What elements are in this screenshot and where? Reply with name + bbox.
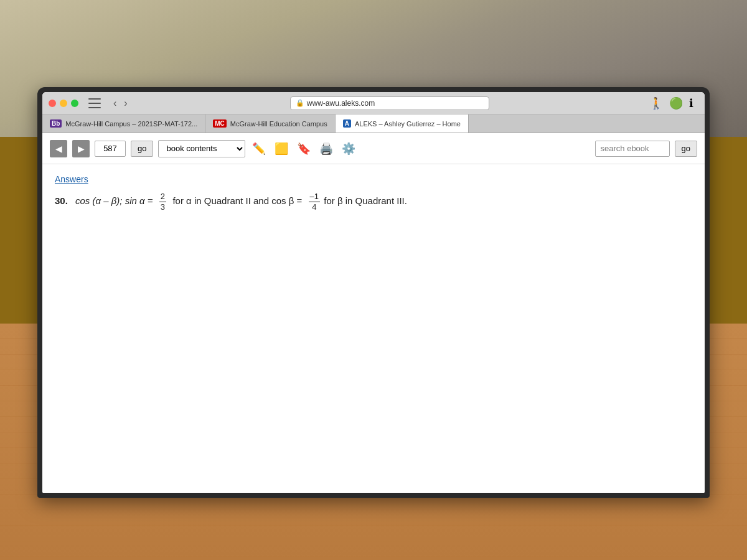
minimize-button[interactable]: [60, 100, 67, 107]
laptop-frame: ‹ › 🔒 www-awu.aleks.com 🚶 🟢 ℹ Bb McGraw-…: [37, 87, 710, 498]
back-button[interactable]: ‹: [111, 98, 119, 109]
lock-icon: 🔒: [296, 99, 304, 107]
mcgrawhill-tab-label: McGraw-Hill Education Campus: [230, 120, 327, 128]
tab-blackboard[interactable]: Bb McGraw-Hill Campus – 2021SP-MAT-172..…: [42, 114, 205, 133]
next-page-button[interactable]: ▶: [72, 140, 90, 157]
ebook-toolbar: ◀ ▶ go book contents ✏️ 🟨 🔖 🖨️ ⚙️ go: [42, 133, 705, 164]
content-area: Answers 30. cos (α – β); sin α = 2 3 for…: [42, 164, 705, 493]
browser-titlebar: ‹ › 🔒 www-awu.aleks.com 🚶 🟢 ℹ: [42, 92, 705, 114]
address-bar-area: 🔒 www-awu.aleks.com: [135, 96, 644, 110]
tab-bar: Bb McGraw-Hill Campus – 2021SP-MAT-172..…: [42, 114, 705, 133]
forward-button[interactable]: ›: [121, 98, 129, 109]
text-end: for β in Quadrant III.: [324, 195, 407, 206]
problem-number: 30.: [55, 195, 68, 206]
settings-tool[interactable]: ⚙️: [340, 140, 357, 157]
pencil-tool[interactable]: ✏️: [250, 140, 268, 157]
nav-arrows: ‹ ›: [111, 98, 130, 109]
maximize-button[interactable]: [71, 100, 78, 107]
search-ebook-input[interactable]: [595, 141, 670, 157]
aleks-tab-label: ALEKS – Ashley Gutierrez – Home: [355, 120, 461, 128]
blackboard-tab-label: McGraw-Hill Campus – 2021SP-MAT-172...: [65, 120, 197, 128]
address-text: www-awu.aleks.com: [307, 99, 375, 108]
fraction-2: –1 4: [309, 192, 320, 212]
fraction-1: 2 3: [159, 192, 166, 212]
mcgrawhill-badge: MC: [213, 119, 227, 128]
page-number-input[interactable]: [95, 141, 126, 157]
browser-icons: 🚶 🟢 ℹ: [649, 96, 693, 110]
address-bar[interactable]: 🔒 www-awu.aleks.com: [290, 96, 489, 110]
page-go-button[interactable]: go: [131, 141, 153, 157]
frac2-den: 4: [311, 202, 317, 212]
tab-mcgrawhill[interactable]: MC McGraw-Hill Education Campus: [205, 114, 335, 133]
window-controls: [49, 100, 78, 107]
aleks-badge: A: [343, 119, 351, 128]
print-tool[interactable]: 🖨️: [317, 140, 335, 157]
sidebar-toggle[interactable]: [88, 98, 101, 108]
info-icon[interactable]: ℹ: [689, 96, 693, 110]
tab-aleks[interactable]: A ALEKS – Ashley Gutierrez – Home: [336, 114, 469, 133]
frac2-num: –1: [309, 192, 320, 202]
person-icon[interactable]: 🚶: [649, 96, 663, 110]
blackboard-badge: Bb: [50, 119, 62, 128]
answers-link[interactable]: Answers: [55, 174, 692, 184]
close-button[interactable]: [49, 100, 56, 107]
highlight-tool[interactable]: 🟨: [273, 140, 290, 157]
green-circle-icon[interactable]: 🟢: [669, 96, 683, 110]
problem-text: cos (α – β); sin α =: [75, 195, 156, 206]
text-mid: for α in Quadrant II and cos β =: [170, 195, 304, 206]
math-problem-30: 30. cos (α – β); sin α = 2 3 for α in Qu…: [55, 192, 692, 212]
laptop-screen: ‹ › 🔒 www-awu.aleks.com 🚶 🟢 ℹ Bb McGraw-…: [42, 92, 705, 493]
frac1-den: 3: [159, 202, 166, 212]
frac1-num: 2: [159, 192, 166, 202]
search-go-button[interactable]: go: [675, 141, 697, 157]
bookmark-tool[interactable]: 🔖: [295, 140, 312, 157]
prev-page-button[interactable]: ◀: [50, 140, 67, 157]
view-mode-dropdown[interactable]: book contents: [158, 140, 245, 157]
